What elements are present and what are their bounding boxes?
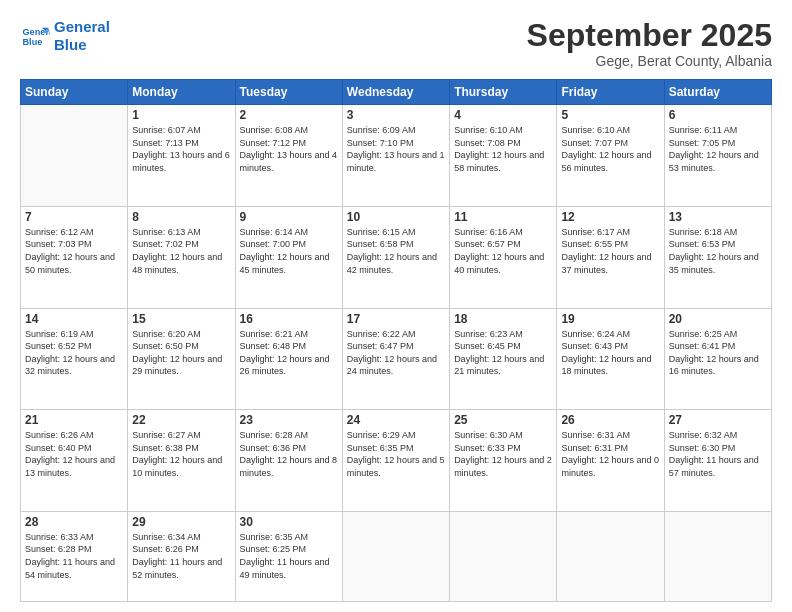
day-info: Sunrise: 6:24 AM Sunset: 6:43 PM Dayligh… bbox=[561, 328, 659, 378]
table-row: 23 Sunrise: 6:28 AM Sunset: 6:36 PM Dayl… bbox=[235, 410, 342, 512]
daylight: Daylight: 12 hours and 32 minutes. bbox=[25, 353, 123, 378]
header-friday: Friday bbox=[557, 80, 664, 105]
sunset: Sunset: 6:52 PM bbox=[25, 340, 123, 353]
sunrise: Sunrise: 6:09 AM bbox=[347, 124, 445, 137]
day-info: Sunrise: 6:34 AM Sunset: 6:26 PM Dayligh… bbox=[132, 531, 230, 581]
day-number: 22 bbox=[132, 413, 230, 427]
table-row: 20 Sunrise: 6:25 AM Sunset: 6:41 PM Dayl… bbox=[664, 308, 771, 410]
daylight: Daylight: 12 hours and 26 minutes. bbox=[240, 353, 338, 378]
sunset: Sunset: 7:12 PM bbox=[240, 137, 338, 150]
calendar-body: 1 Sunrise: 6:07 AM Sunset: 7:13 PM Dayli… bbox=[21, 105, 772, 602]
table-row bbox=[664, 511, 771, 601]
day-info: Sunrise: 6:13 AM Sunset: 7:02 PM Dayligh… bbox=[132, 226, 230, 276]
calendar-table: Sunday Monday Tuesday Wednesday Thursday… bbox=[20, 79, 772, 602]
day-number: 17 bbox=[347, 312, 445, 326]
day-info: Sunrise: 6:09 AM Sunset: 7:10 PM Dayligh… bbox=[347, 124, 445, 174]
day-number: 16 bbox=[240, 312, 338, 326]
day-number: 3 bbox=[347, 108, 445, 122]
weekday-header-row: Sunday Monday Tuesday Wednesday Thursday… bbox=[21, 80, 772, 105]
day-info: Sunrise: 6:29 AM Sunset: 6:35 PM Dayligh… bbox=[347, 429, 445, 479]
daylight: Daylight: 12 hours and 37 minutes. bbox=[561, 251, 659, 276]
table-row bbox=[450, 511, 557, 601]
table-row: 19 Sunrise: 6:24 AM Sunset: 6:43 PM Dayl… bbox=[557, 308, 664, 410]
day-number: 13 bbox=[669, 210, 767, 224]
daylight: Daylight: 12 hours and 50 minutes. bbox=[25, 251, 123, 276]
day-number: 24 bbox=[347, 413, 445, 427]
day-number: 27 bbox=[669, 413, 767, 427]
sunrise: Sunrise: 6:14 AM bbox=[240, 226, 338, 239]
table-row: 27 Sunrise: 6:32 AM Sunset: 6:30 PM Dayl… bbox=[664, 410, 771, 512]
sunrise: Sunrise: 6:35 AM bbox=[240, 531, 338, 544]
day-number: 4 bbox=[454, 108, 552, 122]
sunset: Sunset: 6:25 PM bbox=[240, 543, 338, 556]
day-info: Sunrise: 6:22 AM Sunset: 6:47 PM Dayligh… bbox=[347, 328, 445, 378]
sunset: Sunset: 6:30 PM bbox=[669, 442, 767, 455]
table-row: 1 Sunrise: 6:07 AM Sunset: 7:13 PM Dayli… bbox=[128, 105, 235, 207]
table-row: 9 Sunrise: 6:14 AM Sunset: 7:00 PM Dayli… bbox=[235, 206, 342, 308]
day-number: 19 bbox=[561, 312, 659, 326]
table-row: 16 Sunrise: 6:21 AM Sunset: 6:48 PM Dayl… bbox=[235, 308, 342, 410]
daylight: Daylight: 12 hours and 53 minutes. bbox=[669, 149, 767, 174]
sunrise: Sunrise: 6:26 AM bbox=[25, 429, 123, 442]
day-info: Sunrise: 6:10 AM Sunset: 7:07 PM Dayligh… bbox=[561, 124, 659, 174]
table-row: 10 Sunrise: 6:15 AM Sunset: 6:58 PM Dayl… bbox=[342, 206, 449, 308]
sunset: Sunset: 7:08 PM bbox=[454, 137, 552, 150]
daylight: Daylight: 11 hours and 57 minutes. bbox=[669, 454, 767, 479]
sunrise: Sunrise: 6:29 AM bbox=[347, 429, 445, 442]
logo-icon: General Blue bbox=[20, 21, 50, 51]
daylight: Daylight: 13 hours and 1 minute. bbox=[347, 149, 445, 174]
sunrise: Sunrise: 6:27 AM bbox=[132, 429, 230, 442]
table-row bbox=[21, 105, 128, 207]
header-tuesday: Tuesday bbox=[235, 80, 342, 105]
day-number: 5 bbox=[561, 108, 659, 122]
day-number: 23 bbox=[240, 413, 338, 427]
daylight: Daylight: 12 hours and 5 minutes. bbox=[347, 454, 445, 479]
header-thursday: Thursday bbox=[450, 80, 557, 105]
day-number: 21 bbox=[25, 413, 123, 427]
sunrise: Sunrise: 6:08 AM bbox=[240, 124, 338, 137]
day-number: 29 bbox=[132, 515, 230, 529]
day-info: Sunrise: 6:19 AM Sunset: 6:52 PM Dayligh… bbox=[25, 328, 123, 378]
sunset: Sunset: 6:31 PM bbox=[561, 442, 659, 455]
daylight: Daylight: 11 hours and 52 minutes. bbox=[132, 556, 230, 581]
logo: General Blue General Blue bbox=[20, 18, 110, 54]
day-number: 10 bbox=[347, 210, 445, 224]
day-number: 18 bbox=[454, 312, 552, 326]
sunrise: Sunrise: 6:16 AM bbox=[454, 226, 552, 239]
sunset: Sunset: 7:00 PM bbox=[240, 238, 338, 251]
day-info: Sunrise: 6:25 AM Sunset: 6:41 PM Dayligh… bbox=[669, 328, 767, 378]
day-number: 28 bbox=[25, 515, 123, 529]
table-row: 28 Sunrise: 6:33 AM Sunset: 6:28 PM Dayl… bbox=[21, 511, 128, 601]
sunset: Sunset: 6:50 PM bbox=[132, 340, 230, 353]
day-info: Sunrise: 6:32 AM Sunset: 6:30 PM Dayligh… bbox=[669, 429, 767, 479]
sunset: Sunset: 6:33 PM bbox=[454, 442, 552, 455]
table-row bbox=[557, 511, 664, 601]
day-info: Sunrise: 6:08 AM Sunset: 7:12 PM Dayligh… bbox=[240, 124, 338, 174]
sunset: Sunset: 6:45 PM bbox=[454, 340, 552, 353]
sunset: Sunset: 6:36 PM bbox=[240, 442, 338, 455]
sunrise: Sunrise: 6:17 AM bbox=[561, 226, 659, 239]
day-info: Sunrise: 6:20 AM Sunset: 6:50 PM Dayligh… bbox=[132, 328, 230, 378]
table-row: 29 Sunrise: 6:34 AM Sunset: 6:26 PM Dayl… bbox=[128, 511, 235, 601]
table-row: 30 Sunrise: 6:35 AM Sunset: 6:25 PM Dayl… bbox=[235, 511, 342, 601]
header-sunday: Sunday bbox=[21, 80, 128, 105]
sunset: Sunset: 7:05 PM bbox=[669, 137, 767, 150]
sunrise: Sunrise: 6:11 AM bbox=[669, 124, 767, 137]
sunrise: Sunrise: 6:19 AM bbox=[25, 328, 123, 341]
logo-text: General Blue bbox=[54, 18, 110, 54]
header: General Blue General Blue September 2025… bbox=[20, 18, 772, 69]
logo-line1: General bbox=[54, 18, 110, 35]
sunset: Sunset: 6:43 PM bbox=[561, 340, 659, 353]
sunrise: Sunrise: 6:25 AM bbox=[669, 328, 767, 341]
sunset: Sunset: 6:53 PM bbox=[669, 238, 767, 251]
day-info: Sunrise: 6:33 AM Sunset: 6:28 PM Dayligh… bbox=[25, 531, 123, 581]
table-row: 3 Sunrise: 6:09 AM Sunset: 7:10 PM Dayli… bbox=[342, 105, 449, 207]
sunset: Sunset: 7:10 PM bbox=[347, 137, 445, 150]
day-info: Sunrise: 6:23 AM Sunset: 6:45 PM Dayligh… bbox=[454, 328, 552, 378]
daylight: Daylight: 11 hours and 49 minutes. bbox=[240, 556, 338, 581]
table-row: 21 Sunrise: 6:26 AM Sunset: 6:40 PM Dayl… bbox=[21, 410, 128, 512]
sunset: Sunset: 6:28 PM bbox=[25, 543, 123, 556]
daylight: Daylight: 12 hours and 48 minutes. bbox=[132, 251, 230, 276]
daylight: Daylight: 12 hours and 18 minutes. bbox=[561, 353, 659, 378]
table-row: 17 Sunrise: 6:22 AM Sunset: 6:47 PM Dayl… bbox=[342, 308, 449, 410]
